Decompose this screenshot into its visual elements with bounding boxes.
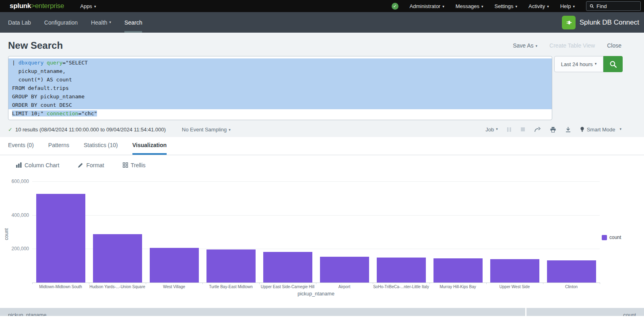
results-summary: 10 results (08/04/2024 11:00:00.000 to 0… xyxy=(15,127,166,133)
bar-10[interactable] xyxy=(547,260,596,283)
column-chart: count pickup_ntaname count 200,000400,00… xyxy=(0,175,644,298)
help-menu[interactable]: Help▾ xyxy=(560,3,575,9)
bar-1[interactable] xyxy=(36,194,85,283)
query-line[interactable]: LIMIT 10;" connection="chc" xyxy=(8,109,552,118)
x-axis-category-label: Hudson Yards-...-Union Square xyxy=(89,285,146,289)
db-connect-plug-icon xyxy=(562,16,576,29)
page-title: New Search xyxy=(8,40,63,51)
x-axis-category-label: West Village xyxy=(146,285,202,289)
help-menu-label: Help xyxy=(560,3,571,9)
find-search-box[interactable] xyxy=(586,1,641,11)
activity-menu[interactable]: Activity▾ xyxy=(528,3,549,9)
x-axis-tick xyxy=(600,283,600,284)
job-menu-label: Job xyxy=(485,127,494,133)
legend-label: count xyxy=(609,235,621,240)
x-axis-category-label: Turtle Bay-East Midtown xyxy=(202,285,259,289)
messages-menu-label: Messages xyxy=(456,3,479,9)
administrator-menu-label: Administrator xyxy=(410,3,441,9)
x-axis-title: pickup_ntaname xyxy=(32,291,600,297)
topbar-right: ✓ Administrator▾ Messages▾ Settings▾ Act… xyxy=(392,1,641,11)
search-bar-row: | dbxquery query="SELECT pickup_ntaname,… xyxy=(0,56,644,122)
nav-item-configuration[interactable]: Configuration xyxy=(44,12,78,33)
caret-down-icon: ▾ xyxy=(109,20,111,24)
y-axis-tick-label: 600,000 xyxy=(4,179,29,184)
nav-item-label: Search xyxy=(124,19,142,26)
tab-visualization[interactable]: Visualization xyxy=(132,137,167,155)
caret-down-icon: ▾ xyxy=(547,4,549,8)
legend-swatch xyxy=(602,235,607,240)
find-input[interactable] xyxy=(597,3,637,9)
caret-down-icon: ▾ xyxy=(515,4,517,8)
statistics-table-header: pickup_ntaname count xyxy=(0,308,644,316)
create-table-view-button: Create Table View xyxy=(549,42,595,49)
x-axis-category-label: Upper West Side xyxy=(486,285,543,289)
query-line[interactable]: GROUP BY pickup_ntaname xyxy=(8,92,552,101)
query-line[interactable]: count(*) AS count xyxy=(8,75,552,84)
x-axis-tick xyxy=(373,283,373,284)
bar-9[interactable] xyxy=(490,259,539,283)
bar-7[interactable] xyxy=(377,258,426,283)
query-line[interactable]: | dbxquery query="SELECT xyxy=(8,58,552,67)
tab-events[interactable]: Events (0) xyxy=(8,137,34,155)
share-icon[interactable] xyxy=(534,127,541,133)
administrator-menu[interactable]: Administrator▾ xyxy=(410,3,444,9)
messages-menu[interactable]: Messages▾ xyxy=(456,3,483,9)
health-status-icon[interactable]: ✓ xyxy=(392,3,398,10)
column-chart-icon xyxy=(16,162,22,168)
nav-item-label: Data Lab xyxy=(8,19,31,26)
pause-icon xyxy=(507,127,512,132)
search-icon xyxy=(590,4,594,9)
run-search-button[interactable] xyxy=(603,56,623,72)
x-axis-category-label: Midtown-Midtown South xyxy=(32,285,89,289)
search-query-box[interactable]: | dbxquery query="SELECT pickup_ntaname,… xyxy=(8,56,552,120)
bar-4[interactable] xyxy=(206,249,256,283)
trellis-button[interactable]: Trellis xyxy=(123,162,146,168)
bar-3[interactable] xyxy=(150,248,199,283)
splunk-logo[interactable]: splunk>enterprise xyxy=(10,2,64,10)
bar-5[interactable] xyxy=(263,252,312,283)
tab-statistics[interactable]: Statistics (10) xyxy=(84,137,118,155)
format-label: Format xyxy=(86,162,104,168)
settings-menu-label: Settings xyxy=(495,3,514,9)
page-header: New Search Save As▾ Create Table View Cl… xyxy=(0,33,644,56)
format-button[interactable]: Format xyxy=(78,162,104,168)
settings-menu[interactable]: Settings▾ xyxy=(495,3,518,9)
column-header-count[interactable]: count xyxy=(526,308,644,316)
chart-type-button[interactable]: Column Chart xyxy=(16,162,59,168)
nav-item-data-lab[interactable]: Data Lab xyxy=(8,12,31,33)
time-range-picker[interactable]: Last 24 hours▾ xyxy=(554,56,603,72)
trellis-grid-icon xyxy=(123,162,128,168)
stop-icon xyxy=(520,127,525,132)
bar-6[interactable] xyxy=(320,257,369,283)
caret-down-icon: ▾ xyxy=(536,44,538,48)
caret-down-icon: ▾ xyxy=(442,4,444,8)
search-header-section: New Search Save As▾ Create Table View Cl… xyxy=(0,33,644,137)
bar-8[interactable] xyxy=(433,258,483,283)
query-line[interactable]: pickup_ntaname, xyxy=(8,67,552,75)
nav-item-search[interactable]: Search xyxy=(124,12,142,33)
event-sampling-dropdown[interactable]: No Event Sampling▾ xyxy=(182,127,231,133)
x-axis-category-label: SoHo-TriBeCa-...nter-Little Italy xyxy=(373,285,429,289)
tab-label: Visualization xyxy=(132,142,167,148)
close-button[interactable]: Close xyxy=(607,42,621,49)
app-identity[interactable]: Splunk DB Connect xyxy=(562,16,639,29)
search-mode-dropdown[interactable]: Smart Mode▾ xyxy=(580,127,621,133)
column-header-pickup-ntaname[interactable]: pickup_ntaname xyxy=(0,308,525,316)
job-menu[interactable]: Job▾ xyxy=(485,127,498,133)
apps-menu[interactable]: Apps▾ xyxy=(80,3,96,9)
search-icon xyxy=(609,60,617,68)
chart-legend: count xyxy=(602,235,621,240)
visualization-controls: Column Chart Format Trellis xyxy=(0,155,644,175)
export-download-icon[interactable] xyxy=(565,127,571,133)
nav-item-health[interactable]: Health▾ xyxy=(91,12,111,33)
tab-patterns[interactable]: Patterns xyxy=(48,137,69,155)
bar-2[interactable] xyxy=(93,234,142,283)
query-line[interactable]: FROM default.trips xyxy=(8,84,552,92)
activity-menu-label: Activity xyxy=(528,3,545,9)
result-tabs: Events (0) Patterns Statistics (10) Visu… xyxy=(0,137,644,155)
nav-item-label: Health xyxy=(91,19,107,26)
query-line[interactable]: ORDER BY count DESC xyxy=(8,101,552,109)
tab-label: Statistics (10) xyxy=(84,142,118,148)
save-as-button[interactable]: Save As▾ xyxy=(513,42,537,49)
print-icon[interactable] xyxy=(550,127,556,133)
